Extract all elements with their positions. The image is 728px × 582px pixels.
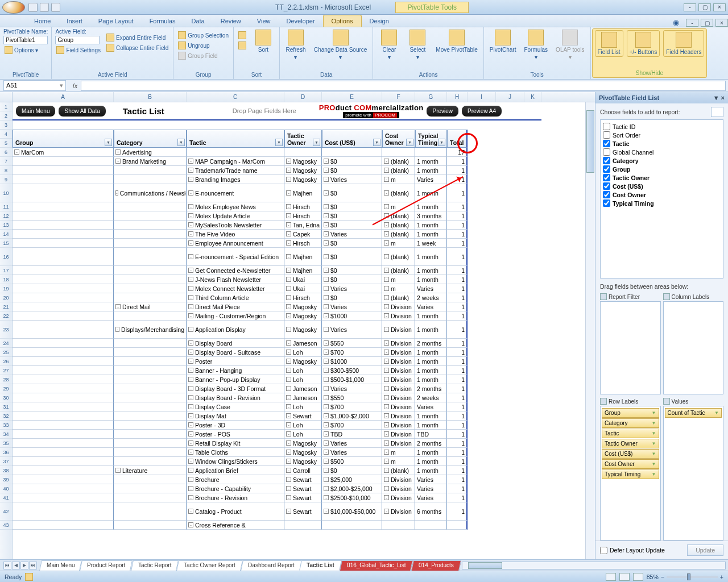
- table-cell[interactable]: -Display Case: [187, 402, 284, 411]
- table-cell[interactable]: Varies: [415, 484, 447, 493]
- table-cell[interactable]: 1: [447, 266, 468, 275]
- expand-icon[interactable]: -: [286, 327, 291, 332]
- table-cell[interactable]: [13, 366, 114, 375]
- row-7[interactable]: 7: [0, 157, 12, 166]
- expand-icon[interactable]: -: [324, 159, 329, 164]
- qat-undo-icon[interactable]: [40, 3, 49, 12]
- expand-icon[interactable]: -: [384, 240, 389, 246]
- table-cell[interactable]: 1: [447, 411, 468, 421]
- table-cell[interactable]: -Varies: [322, 448, 382, 457]
- row-1[interactable]: 1: [0, 102, 12, 111]
- table-cell[interactable]: -Ukai: [284, 275, 322, 284]
- expand-icon[interactable]: -: [188, 231, 193, 236]
- table-cell[interactable]: -$25,000: [322, 475, 382, 484]
- sort-asc-button[interactable]: [237, 31, 247, 40]
- expand-icon[interactable]: -: [324, 340, 329, 346]
- table-cell[interactable]: 1 month: [415, 466, 447, 475]
- table-cell[interactable]: -$0: [322, 248, 382, 266]
- table-cell[interactable]: [13, 466, 114, 475]
- table-cell[interactable]: [13, 248, 114, 266]
- table-cell[interactable]: 1: [447, 311, 468, 321]
- table-cell[interactable]: -Sewart: [284, 493, 322, 502]
- table-cell[interactable]: 1: [447, 366, 468, 375]
- table-cell[interactable]: -MySalesTools Newsletter: [187, 221, 284, 230]
- expand-icon[interactable]: -: [286, 431, 291, 436]
- field-sort-order[interactable]: Sort Order: [603, 131, 721, 139]
- table-cell[interactable]: -m: [382, 239, 415, 248]
- table-cell[interactable]: [114, 166, 187, 175]
- table-cell[interactable]: 1: [447, 484, 468, 493]
- table-cell[interactable]: -$1,000-$2,000: [322, 411, 382, 421]
- header-category[interactable]: Category▼: [114, 130, 187, 148]
- table-cell[interactable]: [13, 221, 114, 230]
- table-cell[interactable]: -(blank): [382, 230, 415, 239]
- row-43[interactable]: 43: [0, 521, 12, 530]
- table-cell[interactable]: -Varies: [322, 175, 382, 184]
- chip-typical-timing[interactable]: Typical Timing▼: [602, 469, 659, 479]
- table-cell[interactable]: [13, 521, 114, 530]
- expand-icon[interactable]: -: [384, 222, 389, 227]
- expand-icon[interactable]: -: [286, 268, 291, 273]
- table-cell[interactable]: -Brochure: [187, 475, 284, 484]
- table-cell[interactable]: -Division: [382, 493, 415, 502]
- table-cell[interactable]: -$700: [322, 402, 382, 411]
- col-D[interactable]: D: [284, 92, 322, 102]
- clear-button[interactable]: Clear ▾: [377, 28, 402, 61]
- table-cell[interactable]: -$500: [322, 457, 382, 466]
- table-cell[interactable]: -Display Mat: [187, 411, 284, 421]
- table-cell[interactable]: [13, 439, 114, 448]
- table-cell[interactable]: -Application Display: [187, 321, 284, 339]
- table-cell[interactable]: -$550: [322, 339, 382, 348]
- col-C[interactable]: C: [187, 92, 284, 102]
- expand-icon[interactable]: -: [384, 359, 389, 364]
- table-cell[interactable]: Varies: [415, 175, 447, 184]
- table-cell[interactable]: -Magosky: [284, 302, 322, 311]
- expand-icon[interactable]: -: [384, 304, 389, 309]
- table-cell[interactable]: -Varies: [322, 302, 382, 311]
- tab-page-layout[interactable]: Page Layout: [90, 15, 142, 27]
- table-cell[interactable]: -Magosky: [284, 175, 322, 184]
- table-cell[interactable]: [114, 475, 187, 484]
- table-cell[interactable]: -(blank): [382, 166, 415, 175]
- field-headers-button[interactable]: Field Headers: [663, 30, 704, 57]
- change-data-source-button[interactable]: Change Data Source ▾: [312, 28, 369, 61]
- table-cell[interactable]: 1: [447, 393, 468, 402]
- table-cell[interactable]: -Division: [382, 302, 415, 311]
- expand-icon[interactable]: -: [324, 413, 329, 418]
- table-cell[interactable]: -Trademark/Trade name: [187, 166, 284, 175]
- table-cell[interactable]: -(blank): [382, 184, 415, 202]
- expand-icon[interactable]: -: [188, 340, 193, 346]
- row-33[interactable]: 33: [0, 421, 12, 430]
- table-cell[interactable]: -Cross Reference &: [187, 521, 284, 530]
- table-cell[interactable]: -Magosky: [284, 457, 322, 466]
- table-cell[interactable]: 1 month: [415, 421, 447, 430]
- table-cell[interactable]: -Employee Announcement: [187, 239, 284, 248]
- expand-icon[interactable]: -: [286, 359, 291, 364]
- dropdown-icon[interactable]: ▼: [406, 139, 413, 146]
- row-36[interactable]: 36: [0, 448, 12, 457]
- table-cell[interactable]: -Loh: [284, 421, 322, 430]
- table-cell[interactable]: 1 month: [415, 184, 447, 202]
- expand-icon[interactable]: -: [384, 422, 389, 427]
- expand-icon[interactable]: -: [188, 459, 193, 464]
- expand-icon[interactable]: -: [188, 159, 193, 164]
- sheet-tab-dashboard-report[interactable]: Dashboard Report: [241, 560, 302, 571]
- table-cell[interactable]: -Sewart: [284, 411, 322, 421]
- row-41[interactable]: 41: [0, 493, 12, 502]
- help-icon[interactable]: ◉: [669, 18, 682, 27]
- table-cell[interactable]: -E-nouncement - Special Edition: [187, 248, 284, 266]
- zoom-out-icon[interactable]: −: [661, 573, 664, 580]
- table-cell[interactable]: -Division: [382, 357, 415, 366]
- expand-icon[interactable]: -: [188, 286, 193, 291]
- table-cell[interactable]: -$0: [322, 157, 382, 166]
- expand-icon[interactable]: -: [286, 468, 291, 473]
- expand-icon[interactable]: -: [286, 304, 291, 309]
- table-cell[interactable]: -Poster - 3D: [187, 421, 284, 430]
- table-cell[interactable]: [13, 202, 114, 211]
- row-12[interactable]: 12: [0, 211, 12, 221]
- table-cell[interactable]: [13, 457, 114, 466]
- table-cell[interactable]: -Division: [382, 366, 415, 375]
- expand-icon[interactable]: -: [324, 440, 329, 446]
- table-cell[interactable]: [13, 211, 114, 221]
- dropdown-icon[interactable]: ▼: [275, 139, 283, 146]
